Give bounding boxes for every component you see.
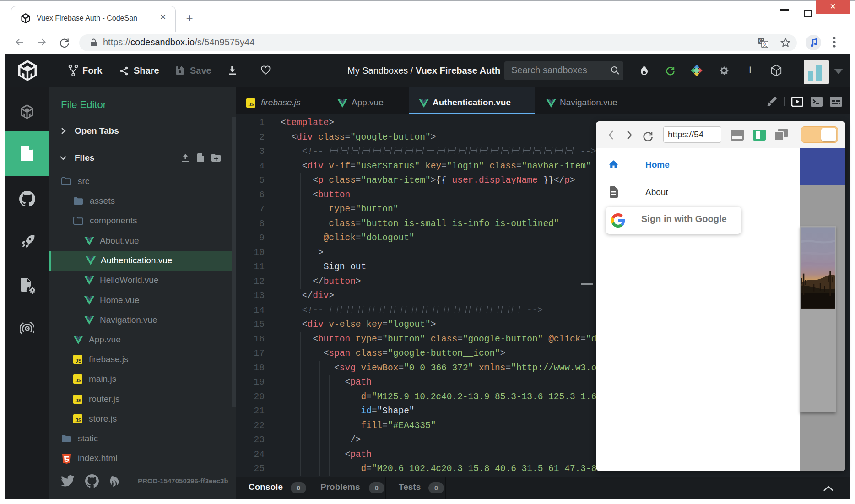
svg-text:文: 文 (763, 42, 768, 47)
